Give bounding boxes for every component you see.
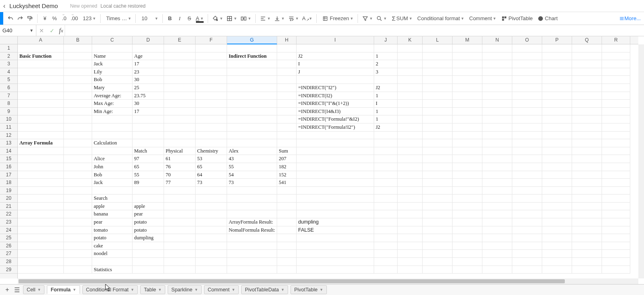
row-header-21[interactable]: 21 [0, 203, 17, 211]
cell-I4[interactable]: J [297, 68, 374, 76]
column-header-O[interactable]: O [512, 36, 542, 44]
cell-R13[interactable] [602, 139, 630, 147]
cell-C11[interactable] [92, 123, 133, 132]
find-button[interactable]: ▼ [375, 14, 389, 23]
cell-O4[interactable] [512, 68, 542, 76]
cell-P4[interactable] [542, 68, 572, 76]
cell-Q27[interactable] [572, 250, 602, 258]
cell-M21[interactable] [452, 203, 482, 211]
cell-D3[interactable]: 17 [133, 60, 164, 68]
cell-B28[interactable] [64, 258, 92, 266]
cell-H9[interactable] [277, 108, 297, 116]
cell-R19[interactable] [602, 187, 630, 195]
number-format-select[interactable]: 123▼ [80, 14, 98, 23]
cell-B25[interactable] [64, 234, 92, 242]
cell-K16[interactable] [398, 163, 423, 171]
row-header-9[interactable]: 9 [0, 108, 17, 116]
row-header-5[interactable]: 5 [0, 76, 17, 84]
cell-I10[interactable]: =INDIRECT("Formula!"&I2) [297, 115, 374, 123]
cell-O26[interactable] [512, 242, 542, 250]
cell-F7[interactable] [196, 92, 227, 100]
cell-O22[interactable] [512, 210, 542, 218]
column-header-C[interactable]: C [92, 36, 133, 44]
cell-N15[interactable] [482, 155, 512, 163]
cell-L3[interactable] [423, 60, 452, 68]
cell-Q21[interactable] [572, 203, 602, 211]
cell-H5[interactable] [277, 76, 297, 84]
cell-J24[interactable] [374, 226, 398, 234]
cell-J28[interactable] [374, 258, 398, 266]
cell-G18[interactable]: 73 [227, 179, 277, 187]
cell-R21[interactable] [602, 203, 630, 211]
cell-P29[interactable] [542, 266, 572, 274]
cell-P16[interactable] [542, 163, 572, 171]
cell-G2[interactable]: Indirect Function [227, 52, 277, 61]
cell-C25[interactable]: potato [92, 234, 133, 242]
cell-A26[interactable] [18, 242, 64, 250]
cell-I13[interactable] [297, 139, 374, 147]
italic-button[interactable]: I [175, 14, 185, 23]
cell-E19[interactable] [164, 187, 196, 195]
cell-G25[interactable] [227, 234, 277, 242]
cell-Q17[interactable] [572, 171, 602, 179]
cell-E17[interactable]: 70 [164, 171, 196, 179]
cell-B13[interactable] [64, 139, 92, 147]
cell-D12[interactable] [133, 132, 164, 140]
cell-R24[interactable] [602, 226, 630, 234]
cell-P20[interactable] [542, 195, 572, 203]
cell-Q3[interactable] [572, 60, 602, 68]
cell-N9[interactable] [482, 108, 512, 116]
h-align-button[interactable]: ▼ [258, 14, 272, 23]
cell-D6[interactable]: 25 [133, 84, 164, 92]
cell-B26[interactable] [64, 242, 92, 250]
cell-P12[interactable] [542, 132, 572, 140]
cell-Q13[interactable] [572, 139, 602, 147]
cell-H28[interactable] [277, 258, 297, 266]
cell-H26[interactable] [277, 242, 297, 250]
cell-D22[interactable]: pear [133, 210, 164, 218]
cell-K20[interactable] [398, 195, 423, 203]
cell-M19[interactable] [452, 187, 482, 195]
cell-B1[interactable] [64, 44, 92, 52]
cell-F21[interactable] [196, 203, 227, 211]
cell-C26[interactable]: cake [92, 242, 133, 250]
column-header-D[interactable]: D [133, 36, 164, 44]
cell-P2[interactable] [542, 52, 572, 61]
cell-B10[interactable] [64, 115, 92, 123]
sheet-tab-sparkline[interactable]: Sparkline▼ [168, 285, 202, 294]
cell-A7[interactable] [18, 92, 64, 100]
cell-I1[interactable] [297, 44, 374, 52]
cell-I19[interactable] [297, 187, 374, 195]
cell-M6[interactable] [452, 84, 482, 92]
cell-N8[interactable] [482, 100, 512, 108]
cell-M14[interactable] [452, 147, 482, 155]
cell-A27[interactable] [18, 250, 64, 258]
cell-F28[interactable] [196, 258, 227, 266]
cell-R4[interactable] [602, 68, 630, 76]
cell-C16[interactable]: John [92, 163, 133, 171]
cell-R3[interactable] [602, 60, 630, 68]
cell-G9[interactable] [227, 108, 277, 116]
cell-N2[interactable] [482, 52, 512, 61]
cell-E20[interactable] [164, 195, 196, 203]
cell-A16[interactable] [18, 163, 64, 171]
cell-P1[interactable] [542, 44, 572, 52]
cell-R20[interactable] [602, 195, 630, 203]
cell-M4[interactable] [452, 68, 482, 76]
cell-Q2[interactable] [572, 52, 602, 61]
font-size-select[interactable]: 10▼ [138, 14, 160, 23]
cell-N23[interactable] [482, 218, 512, 226]
cell-F14[interactable]: Chemistry [196, 147, 227, 155]
cell-A24[interactable] [18, 226, 64, 234]
cell-K18[interactable] [398, 179, 423, 187]
horizontal-scrollbar[interactable] [18, 278, 638, 284]
cell-M28[interactable] [452, 258, 482, 266]
cell-O2[interactable] [512, 52, 542, 61]
cell-L4[interactable] [423, 68, 452, 76]
cell-G6[interactable] [227, 84, 277, 92]
cell-G7[interactable] [227, 92, 277, 100]
cell-J29[interactable] [374, 266, 398, 274]
cell-O12[interactable] [512, 132, 542, 140]
cell-B24[interactable] [64, 226, 92, 234]
cell-A17[interactable] [18, 171, 64, 179]
